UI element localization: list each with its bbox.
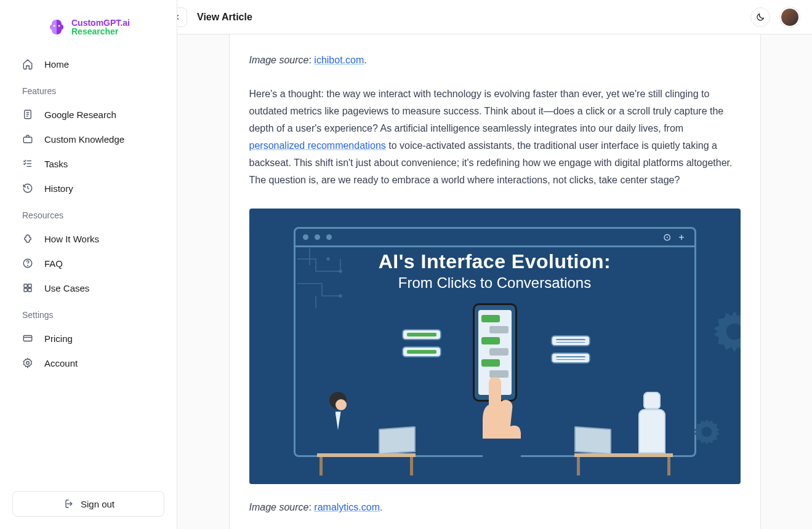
article-paragraph: Here's a thought: the way we interact wi…: [249, 86, 741, 189]
main: View Article Image source: ichibot.com. …: [177, 0, 812, 529]
svg-point-22: [339, 295, 342, 297]
svg-point-11: [28, 265, 28, 266]
gear-icon: [22, 357, 33, 368]
chevron-left-icon: [177, 13, 182, 22]
credit-card-icon: [22, 333, 33, 344]
human-scene-icon: [311, 346, 422, 457]
svg-point-18: [26, 362, 30, 365]
brain-icon: [47, 17, 66, 37]
brain-circuit-icon: [22, 233, 33, 244]
sidebar-item-tasks[interactable]: Tasks: [12, 151, 164, 176]
hero-title-sub: From Clicks to Conversations: [249, 274, 741, 292]
sidebar-item-faq[interactable]: FAQ: [12, 251, 164, 276]
phone-illustration: [452, 303, 538, 457]
svg-rect-6: [23, 137, 32, 143]
sidebar-item-pricing[interactable]: Pricing: [12, 326, 164, 351]
theme-toggle[interactable]: [750, 7, 770, 27]
logo[interactable]: CustomGPT.ai Researcher: [12, 12, 164, 52]
sidebar-item-use-cases[interactable]: Use Cases: [12, 276, 164, 300]
sidebar-heading-features: Features: [12, 79, 164, 102]
sidebar-item-label: Account: [44, 358, 78, 368]
sidebar-heading-resources: Resources: [12, 203, 164, 226]
sidebar-item-label: Custom Knowledge: [44, 134, 124, 145]
hand-icon: [452, 371, 538, 457]
sidebar-item-custom-knowledge[interactable]: Custom Knowledge: [12, 127, 164, 151]
caption-label: Image source: [249, 502, 309, 512]
signout-button[interactable]: Sign out: [12, 491, 164, 517]
sidebar-item-label: History: [44, 183, 73, 194]
sidebar-item-label: FAQ: [44, 258, 63, 269]
avatar[interactable]: [780, 7, 800, 27]
topbar: View Article: [177, 0, 812, 34]
content-scroll[interactable]: Image source: ichibot.com. Here's a thou…: [177, 34, 812, 529]
sidebar-item-label: Tasks: [44, 159, 68, 169]
file-text-icon: [22, 109, 33, 120]
logo-text-sub: Researcher: [71, 27, 130, 36]
grid-2x2-icon: [22, 282, 33, 293]
logout-icon: [62, 498, 73, 509]
sidebar-item-account[interactable]: Account: [12, 351, 164, 375]
sidebar-item-label: How It Works: [44, 234, 99, 244]
caption-link-ichibot[interactable]: ichibot.com: [314, 55, 364, 65]
sidebar-item-label: Google Research: [44, 109, 116, 120]
gear-decoration-icon: [710, 307, 741, 356]
signout-label: Sign out: [81, 499, 115, 509]
chat-bubble-icon: [551, 335, 590, 346]
image-caption-top: Image source: ichibot.com.: [249, 34, 741, 68]
chat-bubble-icon: [402, 329, 441, 340]
paragraph-text: Here's a thought: the way we interact wi…: [249, 89, 724, 133]
sidebar-item-label: Home: [44, 59, 69, 70]
list-checks-icon: [22, 158, 33, 169]
caption-label: Image source: [249, 55, 309, 65]
hero-illustration: ⊙ + AI's Interface Evo: [249, 209, 741, 484]
link-personalized-recommendations[interactable]: personalized recommendations: [249, 140, 386, 151]
back-button[interactable]: [177, 7, 187, 27]
svg-rect-13: [28, 284, 31, 287]
logo-text-main: CustomGPT.ai: [71, 18, 130, 27]
home-icon: [22, 58, 33, 70]
svg-rect-16: [23, 336, 32, 341]
image-caption-bottom: Image source: ramalytics.com.: [249, 484, 741, 515]
sidebar-item-home[interactable]: Home: [12, 52, 164, 76]
article: Image source: ichibot.com. Here's a thou…: [229, 34, 761, 529]
briefcase-icon: [22, 133, 33, 145]
sidebar-item-google-research[interactable]: Google Research: [12, 102, 164, 127]
hero-title-main: AI's Interface Evolution:: [249, 250, 741, 273]
page-title: View Article: [197, 12, 252, 23]
moon-icon: [755, 12, 765, 22]
sidebar-item-label: Pricing: [44, 333, 73, 344]
hero-title: AI's Interface Evolution: From Clicks to…: [249, 250, 741, 292]
svg-rect-15: [28, 288, 31, 292]
svg-point-1: [58, 25, 60, 27]
svg-point-0: [54, 25, 55, 27]
svg-rect-12: [24, 284, 27, 287]
sidebar-heading-settings: Settings: [12, 303, 164, 326]
help-circle-icon: [22, 258, 33, 269]
history-icon: [22, 183, 33, 194]
svg-rect-14: [24, 288, 27, 292]
sidebar-item-how-it-works[interactable]: How It Works: [12, 226, 164, 251]
svg-point-24: [701, 427, 712, 437]
caption-link-ramalytics[interactable]: ramalytics.com: [314, 502, 380, 512]
robot-scene-icon: [568, 346, 679, 457]
gear-decoration-icon: [691, 416, 722, 447]
sidebar-item-history[interactable]: History: [12, 176, 164, 201]
sidebar-item-label: Use Cases: [44, 283, 89, 293]
sidebar: CustomGPT.ai Researcher Home Features Go…: [0, 0, 177, 529]
